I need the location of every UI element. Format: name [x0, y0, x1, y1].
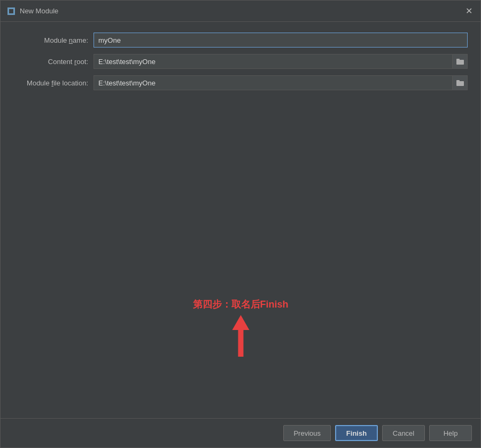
arrow-head: [232, 315, 249, 330]
help-button[interactable]: Help: [429, 425, 472, 441]
module-file-location-input[interactable]: [94, 75, 453, 90]
new-module-dialog: New Module ✕ Module name: Content root:: [0, 0, 481, 448]
content-root-browse-button[interactable]: [453, 54, 468, 69]
finish-button[interactable]: Finish: [335, 425, 378, 441]
module-name-input[interactable]: [94, 33, 468, 48]
annotation-overlay: 第四步：取名后Finish: [193, 298, 289, 357]
svg-rect-3: [456, 80, 460, 82]
arrow-shaft: [238, 330, 243, 357]
annotation-arrow: [232, 315, 249, 357]
dialog-title: New Module: [20, 7, 58, 15]
module-file-location-browse-button[interactable]: [453, 75, 468, 90]
module-file-location-field-group: [94, 75, 468, 90]
annotation-text: 第四步：取名后Finish: [193, 298, 289, 311]
content-root-field-group: [94, 54, 468, 69]
title-bar-left: New Module: [7, 7, 58, 15]
content-root-row: Content root:: [13, 54, 468, 69]
dialog-footer: Previous Finish Cancel Help: [1, 418, 480, 447]
title-bar: New Module ✕: [1, 1, 480, 22]
dialog-content: Module name: Content root: M: [1, 22, 480, 418]
module-name-label: Module name:: [13, 36, 88, 44]
svg-rect-1: [456, 59, 460, 61]
previous-button[interactable]: Previous: [283, 425, 331, 441]
module-file-location-label: Module file location:: [13, 79, 88, 87]
folder-icon: [456, 58, 464, 65]
folder-icon-2: [456, 80, 464, 86]
close-button[interactable]: ✕: [463, 6, 474, 17]
module-file-location-row: Module file location:: [13, 75, 468, 90]
module-title-icon: [7, 7, 15, 15]
content-root-label: Content root:: [13, 58, 88, 66]
cancel-button[interactable]: Cancel: [382, 425, 425, 441]
module-name-row: Module name:: [13, 33, 468, 48]
content-root-input[interactable]: [94, 54, 453, 69]
